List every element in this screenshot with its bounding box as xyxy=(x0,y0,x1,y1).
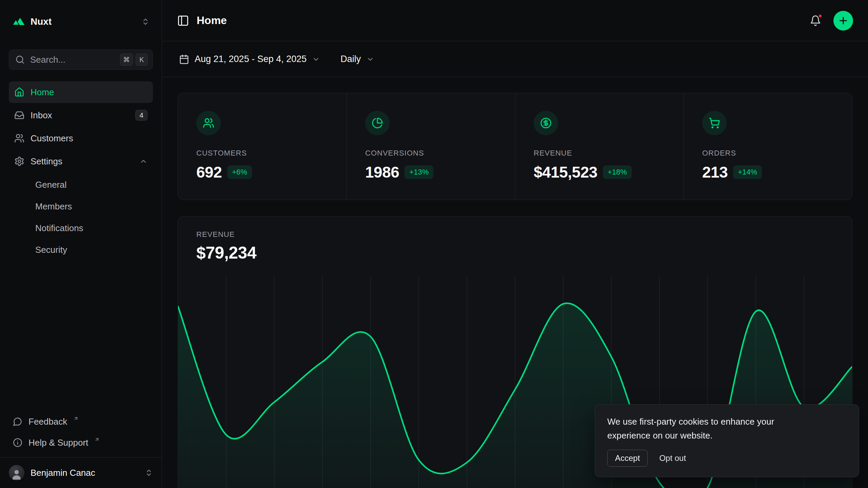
pie-chart-icon xyxy=(365,111,390,135)
stat-delta-badge: +13% xyxy=(405,165,433,179)
sidebar-item-general[interactable]: General xyxy=(9,174,153,195)
notifications-bell-button[interactable] xyxy=(808,13,823,28)
sidebar-nav: Home Inbox 4 Customers Settings Ge xyxy=(9,81,153,260)
house-icon xyxy=(14,87,24,97)
feedback-link[interactable]: Feedback xyxy=(9,412,153,431)
add-button[interactable] xyxy=(833,11,853,30)
stat-delta-badge: +18% xyxy=(603,165,632,179)
chevrons-up-down-icon xyxy=(145,469,153,477)
stat-value: 692 xyxy=(196,163,222,181)
top-header: Home xyxy=(162,0,868,41)
workspace-switcher[interactable]: Nuxt xyxy=(9,12,153,31)
cookie-consent-toast: We use first-party cookies to enhance yo… xyxy=(595,404,859,477)
cookie-actions: Accept Opt out xyxy=(607,450,847,467)
sidebar-item-members[interactable]: Members xyxy=(9,196,153,217)
kbd-k: K xyxy=(136,54,148,66)
calendar-icon xyxy=(179,54,189,64)
revenue-card-label: REVENUE xyxy=(196,230,834,239)
stats-grid: CUSTOMERS 692 +6% CONVERSIONS 1986 +13% xyxy=(178,93,852,200)
chevron-down-icon xyxy=(312,55,320,63)
search-placeholder: Search... xyxy=(30,55,65,65)
stat-delta-badge: +6% xyxy=(227,165,252,179)
header-actions xyxy=(808,11,853,30)
chevron-up-icon xyxy=(139,157,147,165)
sidebar: Nuxt Search... ⌘ K Home Inbox 4 xyxy=(0,0,162,488)
stat-value: $415,523 xyxy=(534,163,597,181)
stat-label: CUSTOMERS xyxy=(196,149,328,158)
avatar xyxy=(9,465,24,481)
sidebar-item-notifications[interactable]: Notifications xyxy=(9,218,153,239)
stat-value: 1986 xyxy=(365,163,399,181)
user-name: Benjamin Canac xyxy=(31,468,95,478)
stat-card-conversions: CONVERSIONS 1986 +13% xyxy=(347,93,515,200)
subnav-label: Notifications xyxy=(35,223,83,233)
search-icon xyxy=(15,55,25,64)
sidebar-item-label: Home xyxy=(31,87,54,98)
date-range-picker[interactable]: Aug 21, 2025 - Sep 4, 2025 xyxy=(177,50,322,68)
granularity-select[interactable]: Daily xyxy=(338,50,376,68)
sidebar-item-inbox[interactable]: Inbox 4 xyxy=(9,104,153,126)
shopping-cart-icon xyxy=(702,111,727,135)
footer-link-label: Help & Support xyxy=(28,438,88,448)
chevron-down-icon xyxy=(366,55,374,63)
sidebar-item-customers[interactable]: Customers xyxy=(9,127,153,149)
revenue-card-value: $79,234 xyxy=(196,243,834,263)
sidebar-item-label: Inbox xyxy=(31,110,52,121)
brand-name: Nuxt xyxy=(31,16,52,27)
date-range-label: Aug 21, 2025 - Sep 4, 2025 xyxy=(195,54,307,64)
filter-bar: Aug 21, 2025 - Sep 4, 2025 Daily xyxy=(162,41,868,77)
info-circle-icon xyxy=(13,438,22,447)
stat-label: REVENUE xyxy=(534,149,665,158)
user-menu[interactable]: Benjamin Canac xyxy=(0,457,162,488)
users-icon xyxy=(14,133,24,143)
search-kbd-hints: ⌘ K xyxy=(120,54,148,66)
footer-link-label: Feedback xyxy=(28,416,67,427)
sidebar-item-security[interactable]: Security xyxy=(9,239,153,260)
search-input[interactable]: Search... ⌘ K xyxy=(9,49,153,70)
subnav-label: Security xyxy=(35,245,67,255)
stat-card-revenue: REVENUE $415,523 +18% xyxy=(515,93,684,200)
sidebar-item-settings[interactable]: Settings xyxy=(9,150,153,172)
sidebar-panel-icon[interactable] xyxy=(177,15,189,27)
stat-card-orders: ORDERS 213 +14% xyxy=(684,93,852,200)
accept-button[interactable]: Accept xyxy=(607,450,648,467)
message-bubble-icon xyxy=(13,417,22,426)
external-link-icon xyxy=(94,437,100,442)
stat-delta-badge: +14% xyxy=(733,165,762,179)
users-icon xyxy=(196,111,221,135)
gear-icon xyxy=(14,156,24,166)
stat-card-customers: CUSTOMERS 692 +6% xyxy=(178,93,347,200)
help-support-link[interactable]: Help & Support xyxy=(9,433,153,452)
circle-dollar-icon xyxy=(534,111,558,135)
sidebar-item-home[interactable]: Home xyxy=(9,81,153,103)
sidebar-item-label: Settings xyxy=(31,156,62,167)
sidebar-footer-links: Feedback Help & Support xyxy=(9,412,153,452)
nuxt-logo-icon xyxy=(12,17,25,27)
page-title: Home xyxy=(197,14,227,27)
cookie-message: We use first-party cookies to enhance yo… xyxy=(607,415,804,442)
kbd-cmd: ⌘ xyxy=(120,54,133,66)
subnav-label: Members xyxy=(35,201,72,212)
granularity-label: Daily xyxy=(340,54,361,64)
stat-value: 213 xyxy=(702,163,728,181)
notification-dot xyxy=(818,14,823,18)
sidebar-spacer xyxy=(9,260,153,412)
chevrons-up-down-icon xyxy=(141,18,150,26)
external-link-icon xyxy=(73,416,79,421)
sidebar-item-label: Customers xyxy=(31,133,73,144)
stat-label: CONVERSIONS xyxy=(365,149,497,158)
stat-label: ORDERS xyxy=(702,149,834,158)
inbox-count-badge: 4 xyxy=(135,110,147,121)
inbox-icon xyxy=(14,110,24,120)
subnav-label: General xyxy=(35,180,67,190)
opt-out-button[interactable]: Opt out xyxy=(658,450,687,466)
settings-subnav: General Members Notifications Security xyxy=(9,174,153,260)
